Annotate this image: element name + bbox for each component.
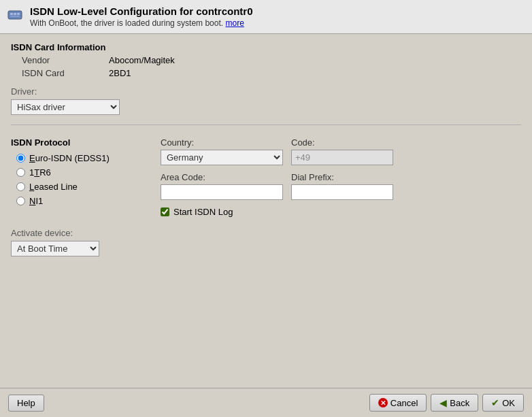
ok-button[interactable]: ✔ OK [482, 394, 524, 412]
driver-select-wrap: HiSax driver [11, 99, 120, 115]
svg-rect-2 [14, 13, 16, 15]
start-isdn-log-row: Start ISDN Log [161, 207, 521, 217]
area-code-label: Area Code: [161, 172, 283, 182]
protocol-radio-group: Euro-ISDN (EDSS1) 1TR6 Leased Line NI1 [16, 153, 147, 206]
country-code-row: Country: Germany United States France Un… [161, 137, 521, 165]
driver-select[interactable]: HiSax driver [11, 99, 120, 115]
isdn-card-value: 2BD1 [109, 68, 521, 78]
protocol-ni1-label: NI1 [29, 196, 43, 206]
protocol-ni1[interactable]: NI1 [16, 196, 147, 206]
protocol-country-row: ISDN Protocol Euro-ISDN (EDSS1) 1TR6 Lea… [11, 137, 521, 217]
cancel-label: Cancel [390, 398, 418, 408]
protocol-leased-radio[interactable] [16, 182, 25, 191]
protocol-leased[interactable]: Leased Line [16, 182, 147, 192]
card-info-grid: Vendor Abocom/Magitek ISDN Card 2BD1 [22, 55, 521, 78]
footer: Help ✕ Cancel ◀ Back ✔ OK [0, 388, 532, 417]
svg-rect-1 [10, 13, 13, 15]
protocol-leased-label: Leased Line [29, 182, 78, 192]
title-bar: ISDN Low-Level Configuration for contrco… [0, 0, 532, 34]
main-window: ISDN Low-Level Configuration for contrco… [0, 0, 532, 417]
svg-rect-3 [17, 13, 20, 15]
divider [11, 124, 521, 125]
footer-right: ✕ Cancel ◀ Back ✔ OK [369, 394, 524, 412]
start-isdn-log-label[interactable]: Start ISDN Log [173, 207, 233, 217]
area-code-input[interactable] [161, 184, 283, 200]
cancel-icon: ✕ [378, 398, 388, 407]
isdn-card-label: ISDN Card [22, 68, 103, 78]
country-field-group: Country: Germany United States France Un… [161, 137, 283, 165]
protocol-euro-isdn-label: Euro-ISDN (EDSS1) [29, 153, 110, 163]
back-label: Back [450, 398, 469, 408]
protocol-ni1-radio[interactable] [16, 197, 25, 205]
more-link[interactable]: more [225, 18, 244, 28]
window-title: ISDN Low-Level Configuration for contrco… [30, 5, 253, 17]
start-isdn-log-checkbox[interactable] [161, 207, 169, 216]
vendor-value: Abocom/Magitek [109, 55, 521, 65]
code-label: Code: [291, 137, 393, 148]
main-content: ISDN Card Information Vendor Abocom/Magi… [0, 34, 532, 388]
card-info-section: ISDN Card Information Vendor Abocom/Magi… [11, 42, 521, 78]
dial-prefix-label: Dial Prefix: [291, 172, 393, 182]
window-subtitle: With OnBoot, the driver is loaded during… [30, 18, 253, 28]
area-code-field-group: Area Code: [161, 172, 283, 200]
activate-label: Activate device: [11, 228, 521, 238]
back-icon: ◀ [439, 397, 447, 408]
protocol-1tr6-radio[interactable] [16, 168, 25, 177]
code-input[interactable] [291, 150, 393, 165]
title-bar-text: ISDN Low-Level Configuration for contrco… [30, 5, 253, 28]
country-area-section: Country: Germany United States France Un… [161, 137, 521, 217]
country-label: Country: [161, 137, 283, 148]
ok-label: OK [502, 398, 515, 408]
driver-label: Driver: [11, 86, 521, 97]
card-info-title: ISDN Card Information [11, 42, 521, 52]
help-label: Help [17, 398, 35, 408]
svg-rect-4 [10, 16, 20, 17]
protocol-section: ISDN Protocol Euro-ISDN (EDSS1) 1TR6 Lea… [11, 137, 147, 206]
driver-section: Driver: HiSax driver [11, 86, 521, 115]
protocol-1tr6-label: 1TR6 [29, 167, 51, 178]
activate-select[interactable]: At Boot Time Manually Never [11, 241, 99, 256]
area-dial-row: Area Code: Dial Prefix: [161, 172, 521, 200]
protocol-euro-isdn-radio[interactable] [16, 154, 25, 163]
vendor-label: Vendor [22, 55, 103, 65]
protocol-euro-isdn[interactable]: Euro-ISDN (EDSS1) [16, 153, 147, 163]
protocol-title: ISDN Protocol [11, 137, 147, 148]
footer-left: Help [8, 395, 44, 412]
ok-icon: ✔ [491, 397, 499, 408]
code-field-group: Code: [291, 137, 393, 165]
country-select[interactable]: Germany United States France United King… [161, 150, 283, 165]
dial-prefix-input[interactable] [291, 184, 393, 200]
protocol-1tr6[interactable]: 1TR6 [16, 167, 147, 178]
cancel-button[interactable]: ✕ Cancel [369, 394, 427, 412]
window-icon [7, 7, 23, 23]
back-button[interactable]: ◀ Back [431, 394, 478, 412]
dial-prefix-field-group: Dial Prefix: [291, 172, 393, 200]
help-button[interactable]: Help [8, 395, 44, 412]
activate-section: Activate device: At Boot Time Manually N… [11, 228, 521, 256]
